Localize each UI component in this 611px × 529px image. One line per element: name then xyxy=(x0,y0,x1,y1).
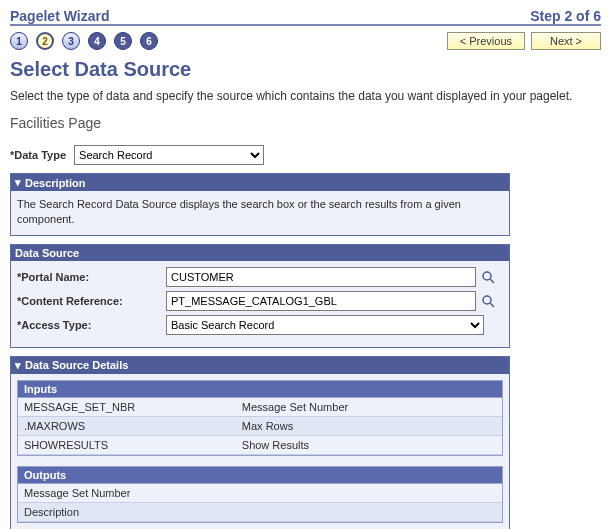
description-title: Description xyxy=(25,177,86,189)
inputs-block: Inputs MESSAGE_SET_NBR Message Set Numbe… xyxy=(17,380,503,456)
step-2[interactable]: 2 xyxy=(36,32,54,50)
next-button[interactable]: Next > xyxy=(531,32,601,50)
collapse-icon[interactable]: ▾ xyxy=(15,359,21,372)
step-3[interactable]: 3 xyxy=(62,32,80,50)
under-top-row: 1 2 3 4 5 6 < Previous Next > xyxy=(10,32,601,50)
details-title: Data Source Details xyxy=(25,359,128,371)
data-source-section: Data Source *Portal Name: *Content Refer… xyxy=(10,244,510,348)
description-section: ▾ Description The Search Record Data Sou… xyxy=(10,173,510,236)
svg-line-1 xyxy=(490,279,494,283)
step-6[interactable]: 6 xyxy=(140,32,158,50)
content-ref-row: *Content Reference: xyxy=(17,291,503,311)
svg-point-2 xyxy=(483,296,491,304)
step-navigator: 1 2 3 4 5 6 xyxy=(10,32,158,50)
data-source-header: Data Source xyxy=(11,245,509,261)
svg-point-0 xyxy=(483,272,491,280)
portal-name-label: *Portal Name: xyxy=(17,271,162,283)
data-type-select[interactable]: Search Record xyxy=(74,145,264,165)
table-row: Description xyxy=(18,502,502,521)
table-row: SHOWRESULTS Show Results xyxy=(18,435,502,454)
input-desc: Show Results xyxy=(236,435,502,454)
content-ref-label: *Content Reference: xyxy=(17,295,162,307)
access-type-row: *Access Type: Basic Search Record xyxy=(17,315,503,335)
output-desc: Message Set Number xyxy=(18,484,502,503)
data-type-row: *Data Type Search Record xyxy=(10,145,601,165)
data-source-details-section: ▾ Data Source Details Inputs MESSAGE_SET… xyxy=(10,356,510,529)
access-type-label: *Access Type: xyxy=(17,319,162,331)
details-header: ▾ Data Source Details xyxy=(11,357,509,374)
step-5[interactable]: 5 xyxy=(114,32,132,50)
output-desc: Description xyxy=(18,502,502,521)
page-title: Select Data Source xyxy=(10,58,601,81)
step-4[interactable]: 4 xyxy=(88,32,106,50)
table-row: MESSAGE_SET_NBR Message Set Number xyxy=(18,398,502,417)
outputs-table: Message Set Number Description xyxy=(18,484,502,522)
portal-name-lookup-icon[interactable] xyxy=(480,269,496,285)
portal-name-input[interactable] xyxy=(166,267,476,287)
inputs-header: Inputs xyxy=(18,381,502,398)
previous-button[interactable]: < Previous xyxy=(447,32,525,50)
nav-buttons: < Previous Next > xyxy=(447,32,601,50)
data-source-title: Data Source xyxy=(15,247,79,259)
svg-line-3 xyxy=(490,303,494,307)
data-type-label: *Data Type xyxy=(10,149,66,161)
outputs-header: Outputs xyxy=(18,467,502,484)
content-ref-input[interactable] xyxy=(166,291,476,311)
access-type-select[interactable]: Basic Search Record xyxy=(166,315,484,335)
step-indicator: Step 2 of 6 xyxy=(530,8,601,24)
input-desc: Message Set Number xyxy=(236,398,502,417)
description-header: ▾ Description xyxy=(11,174,509,191)
description-body: The Search Record Data Source displays t… xyxy=(11,191,509,235)
table-row: .MAXROWS Max Rows xyxy=(18,416,502,435)
input-name: .MAXROWS xyxy=(18,416,236,435)
details-body: Inputs MESSAGE_SET_NBR Message Set Numbe… xyxy=(11,374,509,529)
step-1[interactable]: 1 xyxy=(10,32,28,50)
portal-name-row: *Portal Name: xyxy=(17,267,503,287)
wizard-title: Pagelet Wizard xyxy=(10,8,109,24)
description-text: The Search Record Data Source displays t… xyxy=(17,197,503,227)
table-row: Message Set Number xyxy=(18,484,502,503)
collapse-icon[interactable]: ▾ xyxy=(15,176,21,189)
input-name: SHOWRESULTS xyxy=(18,435,236,454)
page-intro: Select the type of data and specify the … xyxy=(10,89,601,103)
wizard-header: Pagelet Wizard Step 2 of 6 xyxy=(10,8,601,26)
data-source-body: *Portal Name: *Content Reference: *Acces… xyxy=(11,261,509,347)
content-ref-lookup-icon[interactable] xyxy=(480,293,496,309)
outputs-block: Outputs Message Set Number Description xyxy=(17,466,503,523)
inputs-table: MESSAGE_SET_NBR Message Set Number .MAXR… xyxy=(18,398,502,455)
input-name: MESSAGE_SET_NBR xyxy=(18,398,236,417)
input-desc: Max Rows xyxy=(236,416,502,435)
page-subhead: Facilities Page xyxy=(10,115,601,131)
